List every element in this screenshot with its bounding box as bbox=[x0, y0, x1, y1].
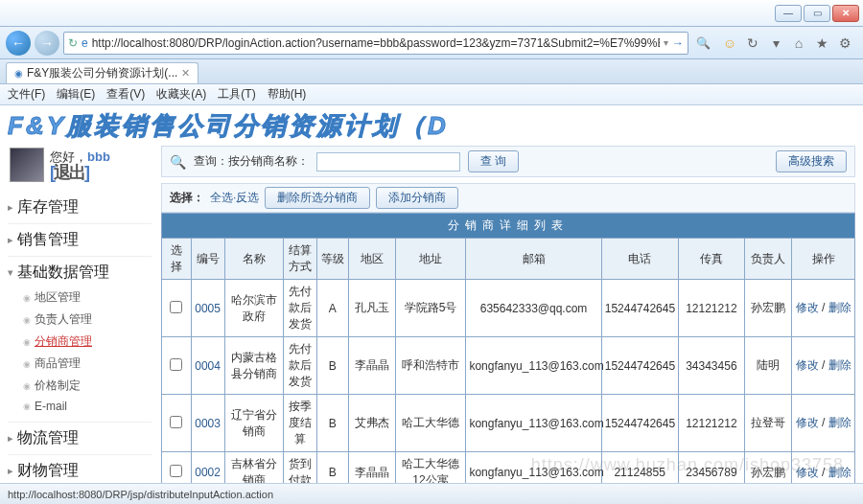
row-checkbox[interactable] bbox=[170, 416, 182, 428]
page-icon: ◉ bbox=[14, 68, 23, 79]
column-header: 编号 bbox=[191, 239, 224, 280]
row-id-link[interactable]: 0003 bbox=[195, 417, 221, 430]
row-checkbox[interactable] bbox=[170, 301, 182, 313]
address-bar[interactable]: ↻ e ▾ → bbox=[63, 32, 688, 55]
row-id-link[interactable]: 0004 bbox=[195, 359, 221, 373]
menu-bar: 文件(F) 编辑(E) 查看(V) 收藏夹(A) 工具(T) 帮助(H) bbox=[0, 84, 863, 105]
column-header: 等级 bbox=[316, 239, 348, 280]
nav-subitem[interactable]: 负责人管理 bbox=[8, 309, 152, 331]
column-header: 选择 bbox=[162, 239, 192, 280]
table-row: 0004内蒙古格县分销商先付款后发货B李晶晶呼和浩特市kongfanyu_113… bbox=[162, 337, 855, 395]
search-bar: 🔍 查询：按分销商名称： 查 询 高级搜索 bbox=[161, 146, 855, 177]
search-input[interactable] bbox=[316, 152, 460, 172]
distributor-table: 分销商详细列表 选择编号名称结算方式等级地区地址邮箱电话传真负责人操作 0005… bbox=[161, 213, 855, 504]
close-button[interactable]: ✕ bbox=[832, 5, 859, 22]
status-bar: http://localhost:8080/DRP/jsp/distribute… bbox=[0, 483, 863, 504]
search-label: 查询：按分销商名称： bbox=[194, 153, 309, 170]
greeting: 您好， bbox=[50, 149, 87, 164]
nav-item[interactable]: ▸财物管理 bbox=[8, 461, 152, 481]
table-row: 0003辽宁省分销商按季度结算B艾弗杰哈工大华德kongfanyu_113@16… bbox=[162, 395, 855, 452]
search-icon[interactable]: 🔍 bbox=[692, 36, 713, 50]
edit-link[interactable]: 修改 bbox=[796, 301, 819, 314]
browser-nav-bar: ← → ↻ e ▾ → 🔍 ☺ ↻ ▾ ⌂ ★ ⚙ bbox=[0, 27, 863, 59]
tab-close-icon[interactable]: ✕ bbox=[181, 67, 190, 80]
select-all-link[interactable]: 全选·反选 bbox=[210, 190, 259, 206]
delete-link[interactable]: 删除 bbox=[828, 301, 851, 314]
menu-favorites[interactable]: 收藏夹(A) bbox=[156, 86, 206, 103]
nav-subitem[interactable]: 商品管理 bbox=[8, 353, 152, 375]
forward-button[interactable]: → bbox=[35, 31, 59, 56]
chevron-right-icon: ▸ bbox=[8, 465, 13, 477]
user-panel: 您好，bbb 退出 bbox=[8, 146, 152, 184]
table-caption: 分销商详细列表 bbox=[162, 214, 855, 239]
tab-title: F&Y服装公司分销资源计划(... bbox=[27, 65, 177, 81]
menu-file[interactable]: 文件(F) bbox=[8, 86, 45, 103]
column-header: 电话 bbox=[601, 239, 678, 280]
row-checkbox[interactable] bbox=[170, 358, 182, 371]
chevron-right-icon: ▸ bbox=[8, 234, 13, 246]
menu-view[interactable]: 查看(V) bbox=[106, 86, 145, 103]
nav-item[interactable]: ▸库存管理 bbox=[8, 197, 152, 218]
sidebar: 您好，bbb 退出 ▸库存管理▸销售管理▾基础数据管理地区管理负责人管理分销商管… bbox=[8, 146, 152, 504]
reload-icon[interactable]: ↻ bbox=[68, 36, 78, 50]
row-id-link[interactable]: 0002 bbox=[195, 466, 221, 479]
nav-subitem[interactable]: 价格制定 bbox=[8, 375, 152, 397]
magnifier-icon: 🔍 bbox=[170, 154, 186, 170]
nav-subitem[interactable]: 地区管理 bbox=[8, 286, 152, 309]
row-checkbox[interactable] bbox=[170, 465, 182, 477]
dropdown-icon[interactable]: ▾ bbox=[664, 37, 668, 48]
nav-item[interactable]: ▸销售管理 bbox=[8, 230, 152, 250]
menu-help[interactable]: 帮助(H) bbox=[268, 86, 307, 103]
column-header: 地址 bbox=[395, 239, 466, 280]
action-bar: 选择： 全选·反选 删除所选分销商 添加分销商 bbox=[161, 183, 855, 213]
nav-subitem[interactable]: E-mail bbox=[8, 397, 152, 416]
nav-item[interactable]: ▸物流管理 bbox=[8, 428, 152, 448]
delete-selected-button[interactable]: 删除所选分销商 bbox=[265, 187, 370, 209]
username-link[interactable]: bbb bbox=[87, 149, 110, 164]
column-header: 结算方式 bbox=[283, 239, 316, 280]
stop-icon[interactable]: ▾ bbox=[767, 34, 784, 52]
delete-link[interactable]: 删除 bbox=[828, 416, 851, 429]
nav-subitem[interactable]: 分销商管理 bbox=[8, 331, 152, 353]
column-header: 传真 bbox=[678, 239, 745, 280]
browser-tab[interactable]: ◉ F&Y服装公司分销资源计划(... ✕ bbox=[6, 62, 198, 83]
column-header: 邮箱 bbox=[466, 239, 601, 280]
star-icon[interactable]: ★ bbox=[813, 34, 830, 52]
back-button[interactable]: ← bbox=[6, 31, 31, 56]
main-content: 🔍 查询：按分销商名称： 查 询 高级搜索 选择： 全选·反选 删除所选分销商 … bbox=[161, 146, 855, 504]
chevron-right-icon: ▾ bbox=[8, 266, 13, 279]
delete-link[interactable]: 删除 bbox=[828, 358, 851, 372]
toolbar-icons: ☺ ↻ ▾ ⌂ ★ ⚙ bbox=[717, 34, 857, 52]
delete-link[interactable]: 删除 bbox=[828, 466, 851, 479]
tab-strip: ◉ F&Y服装公司分销资源计划(... ✕ bbox=[0, 59, 863, 84]
avatar bbox=[10, 148, 44, 182]
menu-edit[interactable]: 编辑(E) bbox=[57, 86, 95, 103]
go-icon[interactable]: → bbox=[672, 36, 684, 50]
edit-link[interactable]: 修改 bbox=[796, 358, 819, 372]
table-row: 0005哈尔滨市政府先付款后发货A孔凡玉学院路5号635642333@qq.co… bbox=[162, 280, 855, 337]
search-button[interactable]: 查 询 bbox=[468, 150, 519, 172]
row-id-link[interactable]: 0005 bbox=[195, 302, 221, 315]
advanced-search-button[interactable]: 高级搜索 bbox=[776, 150, 847, 172]
minimize-button[interactable]: — bbox=[775, 5, 802, 22]
column-header: 地区 bbox=[348, 239, 395, 280]
maximize-button[interactable]: ▭ bbox=[804, 5, 830, 22]
logout-link[interactable]: 退出 bbox=[50, 165, 110, 180]
smiley-icon[interactable]: ☺ bbox=[721, 34, 738, 52]
column-header: 负责人 bbox=[745, 239, 792, 280]
edit-link[interactable]: 修改 bbox=[796, 416, 819, 429]
url-input[interactable] bbox=[92, 36, 660, 50]
chevron-right-icon: ▸ bbox=[8, 432, 13, 445]
add-distributor-button[interactable]: 添加分销商 bbox=[376, 187, 458, 209]
column-header: 操作 bbox=[792, 239, 855, 280]
select-label: 选择： bbox=[170, 190, 204, 206]
gear-icon[interactable]: ⚙ bbox=[836, 34, 853, 52]
home-icon[interactable]: ⌂ bbox=[790, 34, 807, 52]
nav-item[interactable]: ▾基础数据管理 bbox=[8, 263, 152, 283]
refresh-alt-icon[interactable]: ↻ bbox=[744, 34, 761, 52]
chevron-right-icon: ▸ bbox=[8, 201, 13, 214]
site-banner: F&Y服装销售公司分销资源计划（D bbox=[8, 111, 855, 140]
edit-link[interactable]: 修改 bbox=[796, 466, 819, 479]
menu-tools[interactable]: 工具(T) bbox=[218, 86, 255, 103]
banner-title: F&Y服装销售公司分销资源计划（D bbox=[8, 111, 449, 140]
